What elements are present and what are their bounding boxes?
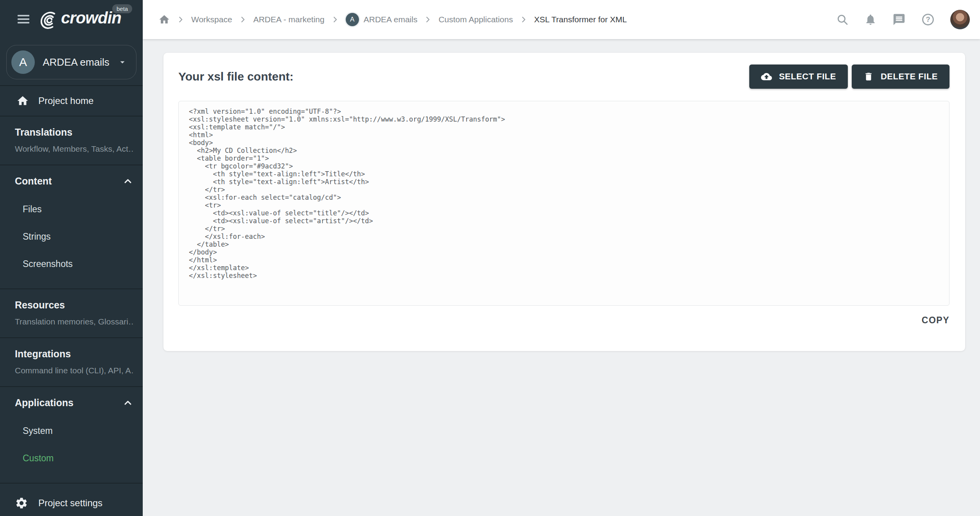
app-root: crowdin beta A ARDEA emails Project home… [0,0,980,516]
messages-icon[interactable] [892,13,906,26]
beta-badge: beta [112,4,132,13]
select-file-button[interactable]: SELECT FILE [749,64,848,89]
file-actions: SELECT FILE DELETE FILE [749,64,949,89]
section-title: Integrations [15,348,71,360]
crowdin-logo-icon[interactable] [38,11,59,31]
sidebar-item-project-home[interactable]: Project home [0,86,143,116]
xsl-code-viewer[interactable]: <?xml version="1.0" encoding="UTF-8"?> <… [178,101,949,306]
section-title: Resources [15,299,65,311]
sidebar-section-translations[interactable]: Translations Workflow, Members, Tasks, A… [0,116,143,165]
xsl-content-card: Your xsl file content: SELECT FILE DELET… [163,53,965,351]
chevron-up-icon[interactable] [122,176,133,187]
xsl-code-content: <?xml version="1.0" encoding="UTF-8"?> <… [189,108,939,280]
sidebar-item-project-settings[interactable]: Project settings [0,484,143,516]
delete-file-label: DELETE FILE [881,72,938,82]
crowdin-wordmark[interactable]: crowdin [61,9,121,27]
cloud-upload-icon [761,71,772,82]
breadcrumb-item-project[interactable]: ARDEA emails [364,15,418,24]
section-title: Translations [15,127,72,138]
delete-file-button[interactable]: DELETE FILE [852,64,949,89]
user-avatar[interactable] [950,10,970,29]
sidebar-section-resources[interactable]: Resources Translation memories, Glossari… [0,289,143,337]
sidebar-item-screenshots[interactable]: Screenshots [15,250,133,278]
search-icon[interactable] [836,13,849,26]
svg-text:?: ? [926,15,930,23]
breadcrumb-separator-icon [519,15,528,24]
sidebar-item-system[interactable]: System [15,417,133,444]
breadcrumb-item-organization[interactable]: ARDEA - marketing [253,15,325,24]
project-name: ARDEA emails [35,56,117,68]
help-icon[interactable]: ? [921,13,935,26]
section-subtitle: Workflow, Members, Tasks, Act… [15,144,133,154]
chevron-down-icon [117,57,127,67]
breadcrumb-project-avatar: A [346,13,359,26]
page-title: Your xsl file content: [178,64,293,83]
sidebar-section-applications: Applications System Custom [0,387,143,483]
sidebar-item-label: Project settings [38,498,102,509]
sidebar-item-custom[interactable]: Custom [15,444,133,472]
gear-icon [15,496,28,510]
breadcrumb-separator-icon [239,15,247,24]
topbar-actions: ? [836,10,970,29]
trash-icon [863,72,874,82]
sidebar: crowdin beta A ARDEA emails Project home… [0,0,143,516]
sidebar-section-integrations[interactable]: Integrations Command line tool (CLI), AP… [0,338,143,386]
breadcrumb-item-workspace[interactable]: Workspace [191,15,232,24]
sidebar-logo-row: crowdin beta [0,0,143,39]
sidebar-item-files[interactable]: Files [15,195,133,223]
home-icon[interactable] [158,14,170,25]
breadcrumb-item-current-page: XSL Transformer for XML [534,15,627,24]
chevron-up-icon[interactable] [122,398,133,408]
breadcrumb-separator-icon [331,15,339,24]
section-title[interactable]: Applications [15,397,74,408]
project-avatar: A [11,50,35,74]
home-icon [16,95,29,107]
sidebar-item-strings[interactable]: Strings [15,223,133,250]
page-content: Your xsl file content: SELECT FILE DELET… [143,39,980,516]
breadcrumb-separator-icon [424,15,432,24]
top-bar: Workspace ARDEA - marketing A ARDEA emai… [143,0,980,39]
breadcrumb-separator-icon [176,15,185,24]
sidebar-item-label: Project home [38,95,93,106]
section-subtitle: Translation memories, Glossari… [15,317,133,326]
select-file-label: SELECT FILE [779,72,836,82]
sidebar-footer: Project settings [0,483,143,516]
notifications-bell-icon[interactable] [864,13,877,26]
main-column: Workspace ARDEA - marketing A ARDEA emai… [143,0,980,516]
section-title[interactable]: Content [15,176,52,187]
breadcrumb: Workspace ARDEA - marketing A ARDEA emai… [158,13,836,26]
project-selector[interactable]: A ARDEA emails [6,45,136,79]
section-subtitle: Command line tool (CLI), API, A… [15,366,133,375]
breadcrumb-item-custom-applications[interactable]: Custom Applications [438,15,513,24]
menu-icon[interactable] [18,15,29,25]
copy-button[interactable]: COPY [922,315,949,326]
sidebar-section-content: Content Files Strings Screenshots [0,165,143,288]
